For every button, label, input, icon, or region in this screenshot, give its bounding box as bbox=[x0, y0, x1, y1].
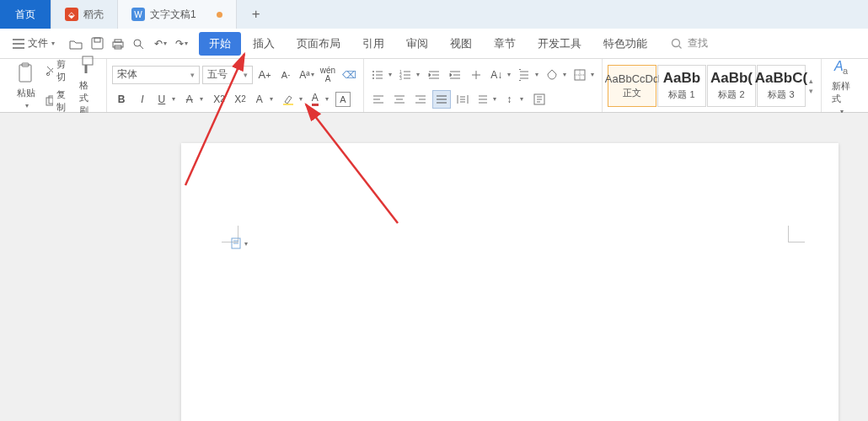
style-more[interactable]: ▴▾ bbox=[806, 77, 816, 95]
svg-rect-1 bbox=[94, 38, 100, 42]
change-case-icon[interactable]: Aª▾ bbox=[297, 66, 316, 84]
decrease-font-icon[interactable]: A- bbox=[276, 66, 295, 84]
group-paragraph: ▾ 123▾ A↓▾ ▾ ▾ ▾ ▾ ↕▾ bbox=[364, 59, 603, 112]
format-painter-label: 格式刷 bbox=[79, 79, 96, 117]
copy-button[interactable]: 复制 bbox=[43, 87, 72, 115]
margin-corner-tr bbox=[788, 226, 805, 242]
page[interactable]: ▾ bbox=[181, 143, 839, 421]
font-name-select[interactable]: 宋体▾ bbox=[112, 66, 200, 84]
style-preview: AaBbC( bbox=[755, 70, 807, 87]
search-label: 查找 bbox=[688, 36, 708, 51]
print-icon[interactable] bbox=[110, 36, 126, 51]
menu-start[interactable]: 开始 bbox=[199, 32, 241, 56]
highlight-icon[interactable]: ▾ bbox=[280, 90, 305, 109]
menu-view[interactable]: 视图 bbox=[440, 32, 482, 56]
show-marks-icon[interactable] bbox=[467, 66, 485, 84]
align-left-icon[interactable] bbox=[369, 90, 388, 109]
style-label: 标题 1 bbox=[668, 88, 694, 101]
paragraph-settings-icon[interactable] bbox=[530, 90, 549, 109]
align-right-icon[interactable] bbox=[411, 90, 430, 109]
char-border-icon[interactable]: A bbox=[335, 92, 351, 107]
undo-icon[interactable]: ↶▾ bbox=[153, 36, 168, 51]
strikethrough-icon[interactable]: A▾ bbox=[182, 90, 207, 109]
decrease-indent-icon[interactable] bbox=[425, 66, 443, 84]
file-menu-label: 文件 bbox=[28, 36, 48, 51]
subscript-icon[interactable]: X2 bbox=[231, 90, 249, 109]
menu-chapter[interactable]: 章节 bbox=[484, 32, 526, 56]
increase-indent-icon[interactable] bbox=[446, 66, 464, 84]
paste-icon bbox=[17, 62, 35, 84]
ribbon-toolbar: 粘贴▾ 剪切 复制 格式刷 宋体▾ 五号▾ A+ A- Aª▾ wénA ⌫ B… bbox=[0, 59, 868, 113]
paste-label: 粘贴 bbox=[17, 87, 35, 99]
style-heading3[interactable]: AaBbC(标题 3 bbox=[757, 65, 806, 107]
group-newstyle: Aa 新样式▾ bbox=[822, 59, 861, 112]
menu-reference[interactable]: 引用 bbox=[352, 32, 394, 56]
search-icon bbox=[671, 38, 683, 50]
underline-icon[interactable]: U▾ bbox=[154, 90, 179, 109]
number-list-icon[interactable]: 123▾ bbox=[397, 66, 422, 84]
increase-font-icon[interactable]: A+ bbox=[255, 66, 274, 84]
text-direction-icon[interactable]: ↕▾ bbox=[502, 90, 528, 109]
svg-rect-12 bbox=[49, 96, 53, 104]
tab-stops-icon[interactable]: ▾ bbox=[474, 90, 500, 109]
svg-point-17 bbox=[372, 77, 374, 79]
svg-text:a: a bbox=[843, 66, 849, 76]
shading-icon[interactable]: ▾ bbox=[544, 66, 569, 84]
menu-special[interactable]: 特色功能 bbox=[593, 32, 657, 56]
style-heading2[interactable]: AaBb(标题 2 bbox=[707, 65, 756, 107]
format-painter-button[interactable]: 格式刷 bbox=[74, 55, 101, 117]
phonetic-guide-icon[interactable]: wénA bbox=[319, 66, 337, 84]
bullet-list-icon[interactable]: ▾ bbox=[369, 66, 394, 84]
style-heading1[interactable]: AaBb标题 1 bbox=[657, 65, 706, 107]
align-center-icon[interactable] bbox=[390, 90, 409, 109]
tab-docer[interactable]: ⬙ 稻壳 bbox=[51, 0, 118, 29]
align-justify-icon[interactable] bbox=[432, 90, 451, 109]
svg-rect-7 bbox=[19, 65, 31, 82]
hamburger-icon bbox=[12, 38, 25, 50]
line-spacing-icon[interactable]: ▾ bbox=[516, 66, 541, 84]
plus-icon: + bbox=[252, 6, 260, 23]
paste-button[interactable]: 粘贴▾ bbox=[12, 62, 40, 109]
svg-text:A: A bbox=[833, 59, 844, 73]
align-distribute-icon[interactable] bbox=[453, 90, 472, 109]
doc-icon: W bbox=[131, 8, 145, 21]
svg-point-16 bbox=[372, 74, 374, 76]
superscript-icon[interactable]: X2 bbox=[210, 90, 228, 109]
cut-button[interactable]: 剪切 bbox=[43, 56, 72, 85]
tab-new[interactable]: + bbox=[237, 0, 276, 29]
search-button[interactable]: 查找 bbox=[664, 33, 715, 54]
clear-format-icon[interactable]: ⌫ bbox=[340, 66, 358, 84]
style-label: 标题 2 bbox=[718, 88, 744, 101]
document-area: ▾ bbox=[0, 113, 868, 421]
svg-rect-14 bbox=[283, 104, 293, 105]
group-styles: AaBbCcDd正文 AaBb标题 1 AaBb(标题 2 AaBbC(标题 3… bbox=[603, 59, 822, 112]
style-preview: AaBb( bbox=[710, 70, 753, 87]
menu-insert[interactable]: 插入 bbox=[243, 32, 285, 56]
save-icon[interactable] bbox=[89, 36, 104, 51]
menu-pagelayout[interactable]: 页面布局 bbox=[287, 32, 351, 56]
bold-icon[interactable]: B bbox=[112, 90, 131, 109]
new-style-button[interactable]: Aa 新样式▾ bbox=[827, 56, 856, 115]
svg-rect-11 bbox=[46, 98, 53, 105]
tab-document-label: 文字文稿1 bbox=[150, 8, 196, 22]
app-menu-button[interactable]: 文件 ▾ bbox=[8, 34, 58, 53]
copy-label: 复制 bbox=[56, 88, 69, 114]
sort-icon[interactable]: A↓▾ bbox=[488, 66, 513, 84]
menu-review[interactable]: 审阅 bbox=[396, 32, 438, 56]
font-name-value: 宋体 bbox=[117, 67, 137, 82]
font-size-select[interactable]: 五号▾ bbox=[202, 66, 253, 84]
font-color-icon[interactable]: A▾ bbox=[308, 90, 333, 109]
preview-icon[interactable] bbox=[131, 36, 147, 51]
menu-devtools[interactable]: 开发工具 bbox=[528, 32, 592, 56]
open-icon[interactable] bbox=[68, 36, 83, 51]
font-size-value: 五号 bbox=[207, 67, 228, 82]
redo-icon[interactable]: ↷▾ bbox=[174, 36, 189, 51]
tab-home[interactable]: 首页 bbox=[0, 0, 51, 29]
border-icon[interactable]: ▾ bbox=[571, 66, 597, 84]
italic-icon[interactable]: I bbox=[133, 90, 152, 109]
bookmark-icon[interactable]: ▾ bbox=[230, 237, 248, 249]
tab-document[interactable]: W 文字文稿1 bbox=[118, 0, 237, 29]
text-effects-icon[interactable]: A▾ bbox=[252, 90, 277, 109]
style-body[interactable]: AaBbCcDd正文 bbox=[608, 65, 656, 107]
svg-point-5 bbox=[134, 40, 141, 46]
